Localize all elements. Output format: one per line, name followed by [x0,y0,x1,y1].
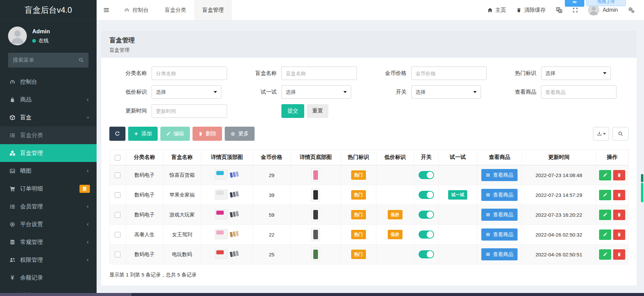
fullscreen-icon[interactable] [573,7,578,13]
edit-toolbar-button[interactable]: 编辑 [160,127,190,141]
edit-button[interactable] [599,229,611,240]
table-header-row: 分类名称盲盒名称详情页顶部图金币价格详情页底部图热门标识低价标识开关试一试查看商… [110,150,629,165]
sidebar-item-6[interactable]: 订单明细新 [0,180,97,198]
view-goods-button[interactable]: 查看商品 [481,189,518,201]
switch-toggle[interactable] [419,211,434,219]
edit-button[interactable] [599,210,611,220]
view-goods-button[interactable]: 查看商品 [481,209,518,221]
select-all-checkbox[interactable] [115,155,120,161]
sidebar-toggle-button[interactable] [97,0,116,20]
drag-upload-widget[interactable]: ∞ 拖拽上传 [565,0,626,7]
caret-down-icon [603,133,606,135]
more-button[interactable]: 更多 [225,127,255,141]
tab-console[interactable]: 控制台 [116,0,157,20]
edit-button[interactable] [599,170,611,180]
delete-button[interactable] [613,229,625,240]
delete-button[interactable] [613,170,625,180]
reset-button[interactable]: 重置 [307,104,328,118]
view-goods-button[interactable]: 查看商品 [481,248,518,260]
settings-gears-icon[interactable] [628,7,635,13]
app-logo[interactable]: 盲盒后台v4.0 [0,0,97,20]
coin-price-input[interactable] [411,67,487,80]
avatar [8,27,27,45]
bottom-image-thumbnail [311,188,320,202]
hot-badge: 热门 [351,230,366,239]
more-label: 更多 [238,130,249,137]
switch-toggle[interactable] [419,171,434,179]
category-cell: 数码电子 [135,192,155,198]
bottom-image-thumbnail [311,248,320,261]
delete-toolbar-button[interactable]: 删除 [193,127,222,141]
list-icon [486,173,490,177]
table-search-button[interactable] [612,127,629,140]
switch-select[interactable]: 选择 [411,85,481,99]
export-button[interactable] [593,127,609,140]
coin-price-cell: 59 [269,212,274,218]
sidebar-item-2[interactable]: 盲盒 [0,109,97,126]
category-cell: 高奢人生 [135,231,155,237]
row-checkbox[interactable] [115,212,120,218]
switch-toggle[interactable] [419,250,434,258]
view-goods-input[interactable] [541,85,616,99]
view-goods-button[interactable]: 查看商品 [481,228,518,241]
menu-search-button[interactable] [78,57,84,63]
language-icon[interactable] [556,7,562,13]
sidebar-item-8[interactable]: 平台设置 [0,215,97,233]
upload-infinity-icon[interactable]: ∞ [565,0,584,7]
sidebar-item-10[interactable]: 权限管理 [0,251,97,269]
sidebar-item-7[interactable]: 会员管理 [0,198,97,215]
filter-label: 盲盒名称 [239,70,277,77]
refresh-button[interactable] [109,127,125,141]
row-checkbox[interactable] [115,172,120,178]
sidebar: 盲盒后台v4.0 Admin 在线 控制台商品盲盒盲盒分类盲盒管理晒图订单明细新… [0,0,97,296]
row-checkbox[interactable] [115,192,120,198]
scrollbar-segment[interactable] [641,174,643,182]
row-checkbox[interactable] [115,252,120,257]
scrollbar-thumb[interactable] [641,183,643,202]
sidebar-item-5[interactable]: 晒图 [0,162,97,180]
blindbox-table: 分类名称盲盒名称详情页顶部图金币价格详情页底部图热门标识低价标识开关试一试查看商… [109,150,629,264]
row-checkbox[interactable] [115,232,120,238]
tab-blindbox-category[interactable]: 盲盒分类 [157,0,194,20]
username-label: Admin [603,7,618,13]
edit-button[interactable] [599,249,611,260]
gear-icon [230,131,235,136]
yen-icon: ¥ [9,275,15,281]
sidebar-item-0[interactable]: 控制台 [0,73,97,91]
users-icon [9,257,15,263]
sidebar-item-11[interactable]: ¥余额记录 [0,269,97,287]
caret-down-icon [603,72,606,74]
top-image-thumbnail [215,249,238,259]
add-button[interactable]: 添加 [128,127,158,141]
chevron-left-icon [86,169,90,173]
page-subtitle: 盲盒管理 [109,47,629,53]
sidebar-item-9[interactable]: 常规管理 [0,233,97,251]
menu-search-input[interactable] [13,57,78,63]
sidebar-item-4[interactable]: 盲盒管理 [0,144,97,162]
box-name-cell: 惊喜百货箱 [169,172,195,178]
home-link[interactable]: 主页 [487,7,506,14]
hot-flag-select[interactable]: 选择 [541,67,611,80]
sidebar-item-3[interactable]: 盲盒分类 [0,126,97,144]
tab-blindbox-manage[interactable]: 盲盒管理 [194,0,232,20]
delete-button[interactable] [613,190,625,200]
try-select[interactable]: 选择 [281,85,351,99]
delete-button[interactable] [613,249,625,260]
home-label: 主页 [495,7,506,14]
submit-button[interactable]: 提交 [281,104,304,118]
bottom-image-thumbnail [311,168,320,182]
edit-label: 编辑 [173,130,184,137]
clear-cache-link[interactable]: 清除缓存 [516,7,546,14]
cheap-flag-select[interactable]: 选择 [152,85,221,99]
update-time-input[interactable] [152,104,227,118]
switch-toggle[interactable] [419,230,434,239]
delete-button[interactable] [613,210,625,220]
switch-toggle[interactable] [419,191,434,199]
edit-button[interactable] [599,190,611,200]
view-goods-button[interactable]: 查看商品 [481,169,518,181]
box-name-input[interactable] [281,67,357,80]
column-header-4: 金币价格 [253,150,290,165]
scrollbar-indicator[interactable] [641,174,643,202]
category-name-input[interactable] [152,67,227,80]
sidebar-item-1[interactable]: 商品 [0,91,97,109]
